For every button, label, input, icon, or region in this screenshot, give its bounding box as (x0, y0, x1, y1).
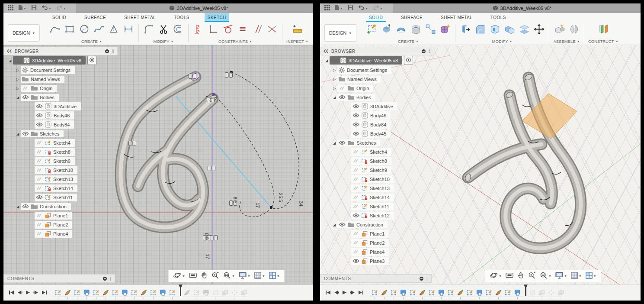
timeline-feature-move-copy[interactable] (241, 289, 248, 296)
shell-icon[interactable] (489, 24, 501, 36)
timeline-feature-move-copy[interactable] (222, 289, 229, 296)
browser-item-sketch14[interactable]: Sketch14 (3, 184, 118, 193)
go-to-start-button[interactable] (324, 289, 332, 296)
timeline-feature-sweep[interactable] (64, 289, 71, 296)
activate-component-radio[interactable] (404, 56, 413, 65)
collapse-arrow-icon[interactable]: ◢ (331, 95, 337, 100)
look-at-button[interactable] (506, 272, 513, 280)
timeline-feature-sketch[interactable] (55, 289, 62, 296)
timeline-feature-pipe[interactable] (122, 289, 128, 296)
visibility-off-icon[interactable] (352, 204, 359, 209)
timeline-feature-sweep[interactable] (495, 289, 502, 296)
browser-item-body46[interactable]: Body46 (3, 111, 118, 120)
perpendicular-constraint-icon[interactable] (207, 24, 219, 36)
app-menu-icon[interactable] (8, 4, 13, 12)
play-button[interactable] (24, 289, 32, 296)
browser-item-sketch8[interactable]: Sketch8 (3, 147, 118, 156)
go-to-start-button[interactable] (7, 289, 15, 296)
dimension-label[interactable]: 34 (298, 201, 304, 206)
look-at-button[interactable] (189, 272, 197, 280)
zoom-window-button[interactable]: ▼ (223, 272, 235, 281)
timeline-feature-sketch[interactable] (448, 289, 455, 296)
browser-item-sketch4[interactable]: Sketch4 (320, 147, 434, 156)
browser-item-sketches[interactable]: ◢Sketches (3, 129, 118, 138)
dimension-tool-icon[interactable] (122, 24, 135, 36)
zoom-button[interactable] (528, 272, 536, 281)
visibility-off-icon[interactable] (352, 149, 359, 154)
browser-item-body46[interactable]: Body46 (320, 111, 434, 120)
file-new-icon[interactable]: ▼ (18, 4, 26, 12)
visibility-on-icon[interactable] (352, 213, 359, 218)
collapse-arrow-icon[interactable]: ◢ (7, 58, 13, 63)
panel-grip-icon[interactable]: ‖ (429, 49, 431, 54)
collapse-arrow-icon[interactable]: ◢ (331, 141, 337, 145)
timeline-feature-sweep[interactable] (184, 289, 191, 296)
browser-item-document-settings[interactable]: ▷Document Settings (320, 65, 434, 74)
visibility-off-icon[interactable] (36, 213, 43, 218)
browser-item-3dadditive[interactable]: 3DAdditive (320, 102, 434, 111)
step-forward-button[interactable] (349, 289, 356, 296)
timeline-feature-move-copy[interactable] (557, 289, 564, 296)
save-icon[interactable] (348, 4, 353, 12)
construct-plane-icon[interactable] (597, 24, 609, 36)
comments-options-icon[interactable] (103, 277, 107, 281)
browser-item-sketch9[interactable]: Sketch9 (320, 165, 434, 175)
mirror-tool-icon[interactable] (108, 24, 120, 36)
timeline-feature-sketch[interactable] (193, 289, 200, 296)
timeline-feature-pipe[interactable] (400, 289, 407, 296)
trim-tool-icon[interactable] (157, 24, 170, 36)
spline-tool-icon[interactable] (93, 24, 105, 36)
grid-settings-button[interactable]: ▼ (571, 272, 582, 281)
browser-item-plane2[interactable]: Plane2 (3, 220, 118, 229)
timeline-feature-sketch[interactable] (410, 289, 417, 296)
new-component-icon[interactable] (553, 24, 565, 36)
pattern-icon[interactable] (424, 24, 436, 36)
expand-arrow-icon[interactable]: ▷ (331, 77, 337, 81)
collapse-panel-icon[interactable] (7, 49, 12, 54)
timeline-feature-sweep[interactable] (419, 289, 426, 296)
browser-item-construction[interactable]: ◢Construction (320, 220, 434, 229)
line-tool-icon[interactable] (49, 24, 61, 36)
dimension-label[interactable]: 17 (255, 203, 260, 208)
timeline-feature-circular-pattern[interactable] (231, 289, 238, 296)
tab-solid[interactable]: SOLID (366, 13, 386, 22)
browser-item-sketch12[interactable]: Sketch12 (320, 211, 434, 220)
browser-item-plane4[interactable]: Plane4 (3, 229, 118, 238)
visibility-off-icon[interactable] (339, 86, 346, 91)
browser-item-body84[interactable]: Body84 (3, 120, 118, 129)
circle-tool-icon[interactable] (78, 24, 90, 36)
timeline-feature-sketch[interactable] (93, 289, 100, 296)
visibility-on-icon[interactable] (352, 122, 359, 127)
browser-item-root-component[interactable]: ◢ 3DAdditive_Week05 v8 (320, 55, 434, 65)
timeline-feature-sketch[interactable] (372, 289, 378, 296)
dimension-label[interactable]: 25.5 (278, 193, 283, 202)
timeline-feature-fillet[interactable] (529, 289, 536, 296)
visibility-on-icon[interactable] (331, 58, 338, 63)
browser-item-sketch11[interactable]: Sketch11 (3, 193, 118, 202)
visibility-on-icon[interactable] (14, 58, 21, 63)
timeline-feature-sweep[interactable] (381, 289, 388, 296)
browser-item-plane4[interactable]: Plane4 (320, 247, 434, 256)
visibility-off-icon[interactable] (352, 168, 359, 172)
panel-options-icon[interactable] (422, 49, 426, 53)
tab-surface[interactable]: SURFACE (81, 13, 109, 22)
visibility-off-icon[interactable] (352, 158, 359, 163)
play-button[interactable] (340, 289, 348, 296)
visibility-on-icon[interactable] (352, 113, 359, 118)
visibility-on-icon[interactable] (352, 104, 359, 109)
timeline-feature-move-copy[interactable] (538, 289, 545, 296)
visibility-on-icon[interactable] (339, 140, 346, 145)
visibility-off-icon[interactable] (352, 177, 359, 181)
panel-grip-icon[interactable]: ‖ (112, 49, 114, 54)
timeline-marker[interactable] (524, 285, 528, 298)
visibility-on-icon[interactable] (36, 122, 43, 127)
expand-arrow-icon[interactable]: ▷ (331, 68, 337, 72)
visibility-on-icon[interactable] (352, 131, 359, 136)
visibility-on-icon[interactable] (36, 195, 43, 200)
pan-button[interactable] (517, 272, 524, 281)
timeline-feature-sketch[interactable] (74, 289, 81, 296)
parallel-constraint-icon[interactable] (251, 24, 263, 36)
visibility-off-icon[interactable] (36, 140, 43, 145)
visibility-on-icon[interactable] (339, 222, 346, 227)
browser-item-sketch8[interactable]: Sketch8 (320, 156, 434, 165)
